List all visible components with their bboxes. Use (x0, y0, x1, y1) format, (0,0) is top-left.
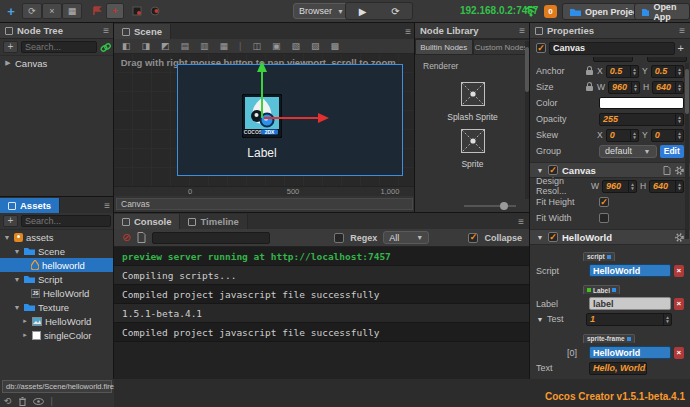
clear-reference-button[interactable]: × (674, 347, 685, 359)
anchor-x-field[interactable]: 0.5 (606, 65, 639, 78)
test-field[interactable]: 1 (586, 313, 672, 326)
doc-icon[interactable] (663, 166, 671, 175)
collapse-icon[interactable]: ▼ (536, 316, 544, 323)
skew-y-field[interactable]: 0 (651, 129, 684, 142)
stepper-icon[interactable] (631, 82, 639, 93)
node-tree-search-input[interactable] (21, 41, 97, 53)
component-enabled-checkbox[interactable] (548, 165, 558, 175)
stepper-icon[interactable] (663, 314, 671, 325)
assets-search-input[interactable] (21, 215, 111, 227)
asset-row-singlecolor[interactable]: ▸ singleColor (0, 328, 114, 342)
opacity-field[interactable]: 255 (599, 113, 684, 126)
collapse-checkbox[interactable] (468, 233, 478, 243)
zoom-slider[interactable] (464, 205, 516, 207)
component-enabled-checkbox[interactable] (548, 232, 558, 242)
create-asset-button[interactable]: + (3, 215, 18, 227)
asset-row-assets[interactable]: ▼ assets (0, 230, 114, 244)
expander-icon[interactable]: ▼ (13, 248, 21, 255)
lock-icon[interactable] (586, 70, 593, 75)
design-w-field[interactable]: 960 (602, 180, 637, 193)
design-h-field[interactable]: 640 (649, 180, 684, 193)
skew-x-field[interactable]: 0 (606, 129, 639, 142)
position-x-field[interactable] (593, 57, 633, 62)
trash-icon[interactable] (19, 397, 26, 406)
move-gizmo[interactable] (114, 54, 415, 186)
clear-reference-button[interactable]: × (674, 298, 685, 310)
menu-icon[interactable]: ≡ (104, 200, 110, 211)
expander-icon[interactable]: ▸ (21, 331, 29, 339)
tab-timeline[interactable]: Timeline (180, 214, 247, 229)
expander-icon[interactable]: ▼ (13, 276, 21, 283)
asset-row-helloworld-script[interactable]: JS HelloWorld (0, 286, 114, 300)
console-filter-input[interactable] (152, 232, 270, 244)
stepper-icon[interactable] (675, 66, 683, 77)
text-field[interactable]: Hello, World! (589, 362, 647, 375)
fit-height-checkbox[interactable] (599, 197, 609, 207)
create-node-button[interactable]: + (3, 41, 18, 53)
stepper-icon[interactable] (675, 181, 683, 192)
collapse-icon[interactable]: ▼ (536, 234, 544, 241)
open-log-file-icon[interactable] (137, 232, 146, 243)
tab-scene[interactable]: Scene (114, 24, 171, 39)
stretch-icon[interactable]: ▩ (331, 41, 340, 51)
stepper-icon[interactable] (630, 66, 638, 77)
menu-icon[interactable]: ≡ (405, 26, 411, 37)
tab-custom-nodes[interactable]: Custom Nodes (473, 39, 531, 55)
add-node-icon[interactable]: + (4, 3, 18, 19)
refresh-icon[interactable]: ⟳ (379, 3, 412, 19)
add-icon[interactable]: + (678, 42, 684, 54)
browser-select[interactable]: Browser▼ (293, 3, 350, 19)
color-swatch[interactable] (599, 97, 684, 109)
expander-icon[interactable]: ▼ (13, 304, 21, 311)
script-ref-field[interactable]: HelloWorld (589, 264, 671, 277)
align-middle-icon[interactable]: ◨ (142, 41, 151, 51)
rect-tool-icon[interactable]: ▦ (62, 3, 82, 19)
group-select[interactable]: default▼ (599, 145, 657, 158)
stepper-icon[interactable] (630, 130, 638, 141)
scale-tool-icon[interactable]: × (42, 3, 62, 19)
align-left-icon[interactable]: ▤ (181, 41, 190, 51)
scrollbar[interactable] (685, 63, 689, 239)
node-name-input[interactable] (549, 42, 675, 55)
asset-row-helloworld-scene[interactable]: helloworld (0, 258, 114, 272)
clear-reference-button[interactable]: × (674, 265, 685, 277)
expander-icon[interactable]: ▼ (3, 234, 11, 241)
gear-icon[interactable] (675, 166, 684, 175)
align-bottom-icon[interactable]: ◩ (161, 41, 170, 51)
flag-icon[interactable] (88, 3, 106, 19)
edit-icon[interactable] (627, 337, 631, 341)
node-active-checkbox[interactable] (536, 43, 546, 53)
align-top-icon[interactable]: ◧ (122, 41, 131, 51)
menu-icon[interactable]: ≡ (518, 216, 524, 227)
asset-row-script-folder[interactable]: ▼ Script (0, 272, 114, 286)
node-library-item-splash-sprite[interactable]: Splash Sprite (415, 81, 530, 122)
menu-icon[interactable]: ≡ (103, 25, 109, 36)
size-w-field[interactable]: 960 (608, 81, 640, 94)
distribute-vertical-icon[interactable]: ▣ (272, 41, 281, 51)
position-y-field[interactable] (647, 57, 687, 62)
fit-width-checkbox[interactable] (599, 213, 609, 223)
plus-red-icon[interactable]: + (106, 3, 124, 19)
size-h-field[interactable]: 640 (652, 81, 684, 94)
node-library-item-sprite[interactable]: Sprite (415, 128, 530, 169)
clear-console-icon[interactable]: ⊘ (122, 231, 131, 244)
sprite-ref-field[interactable]: HelloWorld (589, 346, 671, 359)
align-center-icon[interactable]: ▥ (200, 41, 209, 51)
tab-assets[interactable]: Assets (0, 198, 60, 213)
rotate-tool-icon[interactable]: ⟳ (22, 3, 42, 19)
align-right-icon[interactable]: ▦ (220, 41, 229, 51)
collapse-icon[interactable]: ▼ (536, 167, 544, 174)
play-icon[interactable]: ▶ (346, 3, 379, 19)
node-tree-item-canvas[interactable]: ▶ Canvas (0, 56, 114, 70)
regex-checkbox[interactable] (334, 233, 344, 243)
expander-icon[interactable]: ▶ (4, 59, 12, 67)
scene-viewport[interactable]: Drag with right mouse button to pan view… (114, 54, 415, 186)
link-icon[interactable] (100, 43, 111, 52)
tab-builtin-nodes[interactable]: Builtin Nodes (415, 39, 473, 55)
label-node-text[interactable]: Label (222, 146, 302, 160)
log-level-select[interactable]: All▼ (383, 231, 429, 244)
eye-icon[interactable] (33, 398, 44, 405)
expand-horizontal-icon[interactable]: ▧ (291, 41, 300, 51)
edit-group-button[interactable]: Edit (660, 145, 685, 158)
edit-icon[interactable] (612, 288, 616, 292)
